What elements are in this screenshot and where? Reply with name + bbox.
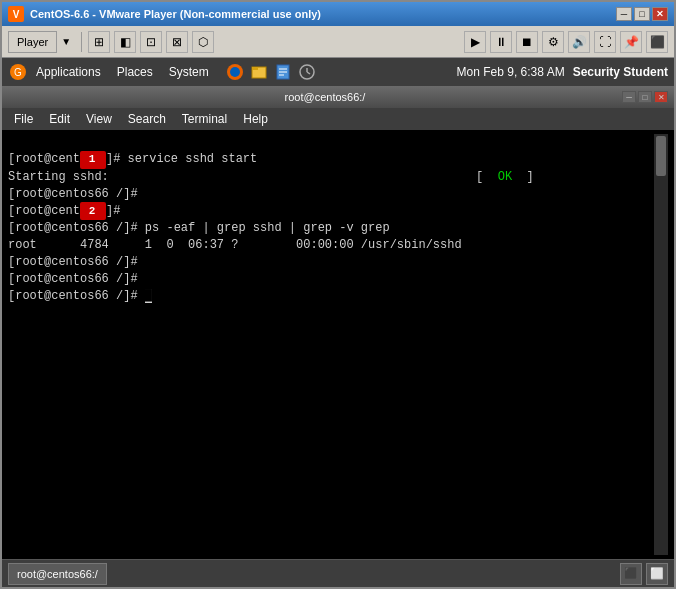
terminal-window: root@centos66:/ ─ □ ✕ File Edit View Sea…: [2, 86, 674, 559]
places-label: Places: [117, 65, 153, 79]
toolbar-separator: [81, 32, 82, 52]
menu-terminal[interactable]: Terminal: [174, 108, 235, 130]
player-dropdown-icon[interactable]: ▼: [61, 36, 71, 47]
places-menu[interactable]: Places: [109, 58, 161, 86]
minimize-button[interactable]: ─: [616, 7, 632, 21]
terminal-window-controls: ─ □ ✕: [622, 91, 668, 103]
menu-help[interactable]: Help: [235, 108, 276, 130]
vmware-icon: V: [8, 6, 24, 22]
applications-label: Applications: [36, 65, 101, 79]
toolbar-icon-r1[interactable]: ▶: [464, 31, 486, 53]
menu-view[interactable]: View: [78, 108, 120, 130]
taskbar-icon-2[interactable]: ⬜: [646, 563, 668, 585]
svg-line-12: [307, 72, 310, 74]
terminal-titlebar: root@centos66:/ ─ □ ✕: [2, 86, 674, 108]
terminal-maximize[interactable]: □: [638, 91, 652, 103]
terminal-minimize[interactable]: ─: [622, 91, 636, 103]
file-manager-icon[interactable]: [249, 62, 269, 82]
scrollbar-thumb[interactable]: [656, 136, 666, 176]
toolbar-icon-r8[interactable]: ⬛: [646, 31, 668, 53]
text-editor-icon[interactable]: [273, 62, 293, 82]
vmware-title: CentOS-6.6 - VMware Player (Non-commerci…: [30, 8, 616, 20]
taskbar-icon-1[interactable]: ⬛: [620, 563, 642, 585]
menu-edit[interactable]: Edit: [41, 108, 78, 130]
system-menu[interactable]: System: [161, 58, 217, 86]
toolbar-icon-r2[interactable]: ⏸: [490, 31, 512, 53]
firefox-icon[interactable]: [225, 62, 245, 82]
taskbar-right: ⬛ ⬜: [620, 563, 668, 585]
taskbar-terminal-label: root@centos66:/: [17, 568, 98, 580]
gnome-panel-right: Mon Feb 9, 6:38 AM Security Student: [457, 65, 668, 79]
terminal-close[interactable]: ✕: [654, 91, 668, 103]
toolbar-icon-2[interactable]: ◧: [114, 31, 136, 53]
terminal-scrollbar[interactable]: [654, 134, 668, 555]
vmware-window-controls: ─ □ ✕: [616, 7, 668, 21]
gnome-taskbar: root@centos66:/ ⬛ ⬜: [2, 559, 674, 587]
toolbar-icon-r3[interactable]: ⏹: [516, 31, 538, 53]
vmware-window: V CentOS-6.6 - VMware Player (Non-commer…: [0, 0, 676, 589]
terminal-output: [root@cent1]# service sshd start Startin…: [8, 134, 654, 555]
badge-1: 1: [80, 151, 106, 169]
gnome-logo-icon: G: [8, 62, 28, 82]
close-button[interactable]: ✕: [652, 7, 668, 21]
svg-text:G: G: [14, 67, 22, 78]
maximize-button[interactable]: □: [634, 7, 650, 21]
menu-file[interactable]: File: [6, 108, 41, 130]
toolbar-icon-5[interactable]: ⬡: [192, 31, 214, 53]
user-display: Security Student: [573, 65, 668, 79]
applications-menu[interactable]: Applications: [28, 58, 109, 86]
system-label: System: [169, 65, 209, 79]
svg-point-3: [230, 67, 240, 77]
badge-2: 2: [80, 202, 106, 220]
toolbar-icon-r5[interactable]: 🔊: [568, 31, 590, 53]
menu-search[interactable]: Search: [120, 108, 174, 130]
taskbar-terminal-item[interactable]: root@centos66:/: [8, 563, 107, 585]
toolbar-icon-1[interactable]: ⊞: [88, 31, 110, 53]
toolbar-icon-4[interactable]: ⊠: [166, 31, 188, 53]
toolbar-icon-3[interactable]: ⊡: [140, 31, 162, 53]
vmware-titlebar: V CentOS-6.6 - VMware Player (Non-commer…: [2, 2, 674, 26]
terminal-title: root@centos66:/: [28, 91, 622, 103]
terminal-menubar: File Edit View Search Terminal Help: [2, 108, 674, 130]
clock-display: Mon Feb 9, 6:38 AM: [457, 65, 565, 79]
player-button[interactable]: Player: [8, 31, 57, 53]
clock-icon[interactable]: [297, 62, 317, 82]
toolbar-icon-r4[interactable]: ⚙: [542, 31, 564, 53]
toolbar-icon-r6[interactable]: ⛶: [594, 31, 616, 53]
svg-rect-5: [252, 67, 258, 70]
toolbar-icon-r7[interactable]: 📌: [620, 31, 642, 53]
gnome-panel: G Applications Places System: [2, 58, 674, 86]
terminal-content[interactable]: [root@cent1]# service sshd start Startin…: [2, 130, 674, 559]
vmware-toolbar: Player ▼ ⊞ ◧ ⊡ ⊠ ⬡ ▶ ⏸ ⏹ ⚙ 🔊 ⛶ 📌 ⬛: [2, 26, 674, 58]
